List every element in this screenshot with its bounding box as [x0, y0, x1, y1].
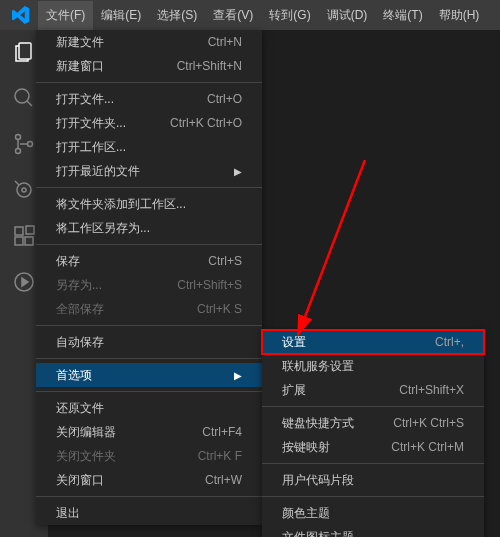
submenu-online-services[interactable]: 联机服务设置 — [262, 354, 484, 378]
menu-open-recent[interactable]: 打开最近的文件▶ — [36, 159, 262, 183]
svg-point-7 — [22, 188, 26, 192]
menu-open-file[interactable]: 打开文件...Ctrl+O — [36, 87, 262, 111]
separator — [36, 244, 262, 245]
svg-rect-10 — [15, 237, 23, 245]
svg-point-5 — [28, 142, 33, 147]
menu-add-folder-workspace[interactable]: 将文件夹添加到工作区... — [36, 192, 262, 216]
app-logo — [10, 4, 32, 26]
separator — [36, 187, 262, 188]
chevron-right-icon: ▶ — [234, 166, 242, 177]
menu-open-folder[interactable]: 打开文件夹...Ctrl+K Ctrl+O — [36, 111, 262, 135]
menu-new-file[interactable]: 新建文件Ctrl+N — [36, 30, 262, 54]
search-icon[interactable] — [10, 84, 38, 112]
menu-close-window[interactable]: 关闭窗口Ctrl+W — [36, 468, 262, 492]
menu-save[interactable]: 保存Ctrl+S — [36, 249, 262, 273]
menu-goto[interactable]: 转到(G) — [261, 1, 318, 30]
submenu-keyboard-shortcuts[interactable]: 键盘快捷方式Ctrl+K Ctrl+S — [262, 411, 484, 435]
menu-help[interactable]: 帮助(H) — [431, 1, 488, 30]
separator — [36, 82, 262, 83]
separator — [262, 463, 484, 464]
menu-save-as[interactable]: 另存为...Ctrl+Shift+S — [36, 273, 262, 297]
submenu-settings[interactable]: 设置Ctrl+, — [262, 330, 484, 354]
menu-bar: 文件(F) 编辑(E) 选择(S) 查看(V) 转到(G) 调试(D) 终端(T… — [38, 1, 487, 30]
menu-close-editor[interactable]: 关闭编辑器Ctrl+F4 — [36, 420, 262, 444]
menu-view[interactable]: 查看(V) — [205, 1, 261, 30]
menu-open-workspace[interactable]: 打开工作区... — [36, 135, 262, 159]
separator — [36, 358, 262, 359]
menu-select[interactable]: 选择(S) — [149, 1, 205, 30]
submenu-user-snippets[interactable]: 用户代码片段 — [262, 468, 484, 492]
menu-edit[interactable]: 编辑(E) — [93, 1, 149, 30]
svg-point-4 — [16, 149, 21, 154]
menu-terminal[interactable]: 终端(T) — [375, 1, 430, 30]
title-bar: 文件(F) 编辑(E) 选择(S) 查看(V) 转到(G) 调试(D) 终端(T… — [0, 0, 500, 30]
submenu-color-theme[interactable]: 颜色主题 — [262, 501, 484, 525]
svg-line-2 — [27, 101, 32, 106]
separator — [36, 496, 262, 497]
menu-auto-save[interactable]: 自动保存 — [36, 330, 262, 354]
submenu-extensions[interactable]: 扩展Ctrl+Shift+X — [262, 378, 484, 402]
source-control-icon[interactable] — [10, 130, 38, 158]
menu-save-workspace-as[interactable]: 将工作区另存为... — [36, 216, 262, 240]
extensions-icon[interactable] — [10, 222, 38, 250]
svg-rect-11 — [25, 237, 33, 245]
svg-point-3 — [16, 135, 21, 140]
separator — [262, 406, 484, 407]
svg-rect-0 — [19, 43, 31, 59]
preferences-submenu: 设置Ctrl+, 联机服务设置 扩展Ctrl+Shift+X 键盘快捷方式Ctr… — [262, 330, 484, 537]
menu-new-window[interactable]: 新建窗口Ctrl+Shift+N — [36, 54, 262, 78]
menu-file[interactable]: 文件(F) — [38, 1, 93, 30]
submenu-keymaps[interactable]: 按键映射Ctrl+K Ctrl+M — [262, 435, 484, 459]
menu-save-all[interactable]: 全部保存Ctrl+K S — [36, 297, 262, 321]
svg-point-6 — [17, 183, 31, 197]
submenu-file-icon-theme[interactable]: 文件图标主题 — [262, 525, 484, 537]
chevron-right-icon: ▶ — [234, 370, 242, 381]
svg-marker-14 — [22, 278, 28, 286]
separator — [36, 391, 262, 392]
menu-revert-file[interactable]: 还原文件 — [36, 396, 262, 420]
svg-rect-9 — [15, 227, 23, 235]
menu-exit[interactable]: 退出 — [36, 501, 262, 525]
menu-close-folder[interactable]: 关闭文件夹Ctrl+K F — [36, 444, 262, 468]
menu-debug[interactable]: 调试(D) — [319, 1, 376, 30]
debug-icon[interactable] — [10, 176, 38, 204]
explorer-icon[interactable] — [10, 38, 38, 66]
file-dropdown: 新建文件Ctrl+N 新建窗口Ctrl+Shift+N 打开文件...Ctrl+… — [36, 30, 262, 525]
menu-preferences[interactable]: 首选项▶ — [36, 363, 262, 387]
test-icon[interactable] — [10, 268, 38, 296]
separator — [262, 496, 484, 497]
svg-line-8 — [15, 181, 19, 185]
svg-point-1 — [15, 89, 29, 103]
separator — [36, 325, 262, 326]
svg-rect-12 — [26, 226, 34, 234]
